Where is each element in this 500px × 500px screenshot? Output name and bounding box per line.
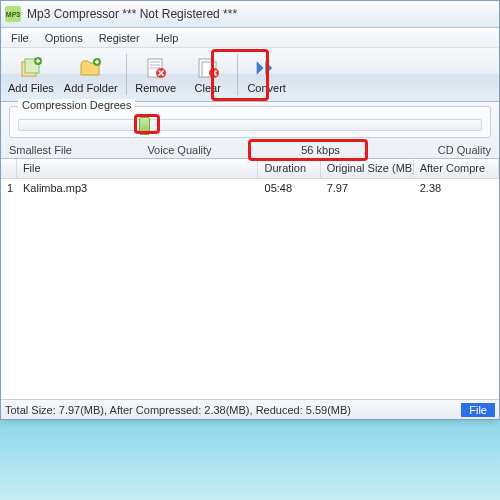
compression-title: Compression Degrees [18,99,135,111]
remove-icon [144,56,168,80]
clear-button[interactable]: Clear [182,50,234,99]
add-files-button[interactable]: Add Files [3,50,59,99]
cell-original: 7.97 [321,180,414,196]
col-duration[interactable]: Duration [258,159,320,178]
col-number[interactable] [1,159,17,178]
slider-thumb[interactable] [139,117,150,135]
add-folder-button[interactable]: Add Folder [59,50,123,99]
titlebar[interactable]: MP3 Mp3 Compressor *** Not Registered **… [1,1,499,28]
toolbar-separator [126,54,127,95]
clear-icon [196,56,220,80]
label-voice: Voice Quality [109,144,250,156]
slider-labels: Smallest File Voice Quality 56 kbps CD Q… [9,144,491,156]
table-header: File Duration Original Size (MB) After C… [1,159,499,179]
toolbar: Add Files Add Folder Remove Clear [1,48,499,102]
menu-help[interactable]: Help [148,30,187,46]
table-body[interactable]: 1 Kalimba.mp3 05:48 7.97 2.38 [1,179,499,399]
desktop: MP3 Mp3 Compressor *** Not Registered **… [0,0,500,500]
status-badge[interactable]: File [461,403,495,417]
add-folder-icon [79,56,103,80]
label-smallest: Smallest File [9,144,109,156]
convert-label: Convert [247,82,286,94]
statusbar: Total Size: 7.97(MB), After Compressed: … [1,399,499,419]
cell-duration: 05:48 [259,180,321,196]
add-files-icon [19,56,43,80]
menu-register[interactable]: Register [91,30,148,46]
col-original-size[interactable]: Original Size (MB) [321,159,414,178]
app-window: MP3 Mp3 Compressor *** Not Registered **… [0,0,500,420]
menu-file[interactable]: File [3,30,37,46]
bitrate-slider[interactable] [18,119,482,131]
file-table: File Duration Original Size (MB) After C… [1,159,499,399]
menubar: File Options Register Help [1,28,499,48]
convert-icon [255,56,279,80]
cell-after: 2.38 [414,180,499,196]
remove-button[interactable]: Remove [130,50,182,99]
app-icon: MP3 [5,6,21,22]
table-row[interactable]: 1 Kalimba.mp3 05:48 7.97 2.38 [1,179,499,197]
add-folder-label: Add Folder [64,82,118,94]
compression-group: Compression Degrees [9,106,491,138]
remove-label: Remove [135,82,176,94]
label-cd: CD Quality [391,144,491,156]
col-after-compress[interactable]: After Compre [414,159,499,178]
toolbar-separator-2 [237,54,238,95]
cell-file: Kalimba.mp3 [17,180,259,196]
convert-button[interactable]: Convert [241,50,293,99]
compression-panel: Compression Degrees Smallest File Voice … [1,102,499,159]
window-title: Mp3 Compressor *** Not Registered *** [27,7,237,21]
col-file[interactable]: File [17,159,259,178]
cell-num: 1 [1,180,17,196]
menu-options[interactable]: Options [37,30,91,46]
clear-label: Clear [195,82,221,94]
status-summary: Total Size: 7.97(MB), After Compressed: … [5,404,351,416]
add-files-label: Add Files [8,82,54,94]
label-kbps: 56 kbps [281,143,360,157]
